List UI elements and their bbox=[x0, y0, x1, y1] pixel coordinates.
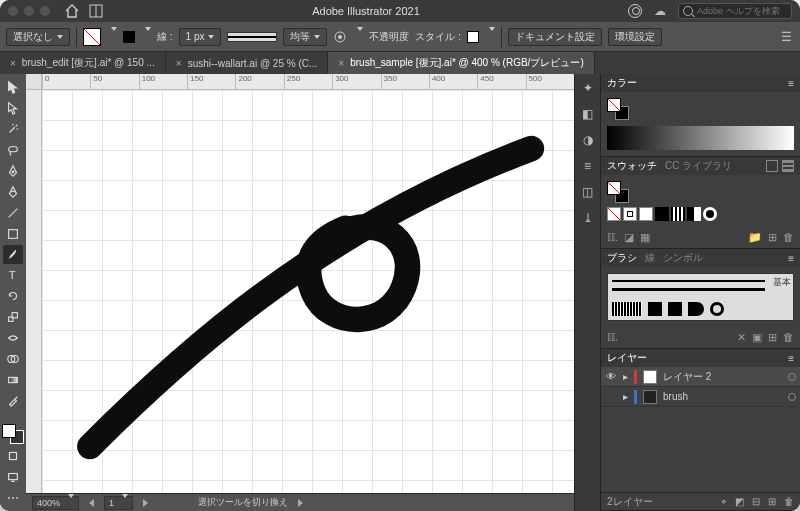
stroke-profile-dropdown[interactable]: 均等 bbox=[283, 28, 327, 46]
type-tool[interactable]: T bbox=[3, 266, 23, 285]
layer-name[interactable]: brush bbox=[663, 391, 688, 402]
stroke-panel-icon[interactable]: ≡ bbox=[580, 158, 596, 174]
swatch-white[interactable] bbox=[639, 207, 653, 221]
stroke-panel-tab[interactable]: 線 bbox=[645, 251, 655, 265]
layer-row[interactable]: 👁 ▸ レイヤー 2 bbox=[601, 367, 800, 387]
color-spectrum[interactable] bbox=[607, 126, 794, 150]
new-swatch-group-icon[interactable]: 📁 bbox=[748, 231, 762, 244]
selection-tool[interactable] bbox=[3, 78, 23, 97]
next-artboard-icon[interactable] bbox=[143, 499, 148, 507]
asset-export-panel-icon[interactable]: ⤓ bbox=[580, 210, 596, 226]
cloud-sync-icon[interactable]: ☁ bbox=[652, 3, 668, 19]
draw-normal-icon[interactable] bbox=[3, 446, 23, 465]
fill-color-icon[interactable] bbox=[2, 424, 16, 438]
vertical-ruler[interactable] bbox=[26, 90, 42, 493]
ruler-origin[interactable] bbox=[26, 74, 42, 90]
stroke-swatch-dropdown[interactable] bbox=[141, 31, 151, 42]
brush-preview[interactable]: 基本 bbox=[607, 273, 794, 321]
minimize-window-icon[interactable] bbox=[24, 6, 34, 16]
target-layer-icon[interactable] bbox=[788, 393, 796, 401]
swatch-pattern[interactable] bbox=[703, 207, 717, 221]
status-menu-icon[interactable] bbox=[298, 499, 303, 507]
rotate-tool[interactable] bbox=[3, 287, 23, 306]
swatch-kind-icon[interactable]: ◪ bbox=[624, 231, 634, 244]
document-tab[interactable]: ×brush_edit [復元].ai* @ 150 ... bbox=[0, 52, 166, 74]
prev-artboard-icon[interactable] bbox=[89, 499, 94, 507]
document-tab[interactable]: ×sushi--wallart.ai @ 25 % (C... bbox=[166, 52, 328, 74]
paintbrush-tool[interactable] bbox=[3, 245, 23, 264]
new-brush-icon[interactable]: ⊞ bbox=[768, 331, 777, 344]
layers-panel-tab[interactable]: レイヤー bbox=[607, 351, 647, 365]
new-layer-icon[interactable]: ⊞ bbox=[768, 496, 776, 507]
help-search-input[interactable] bbox=[697, 6, 787, 16]
screen-mode-icon[interactable] bbox=[3, 467, 23, 486]
direct-selection-tool[interactable] bbox=[3, 99, 23, 118]
cc-libraries-tab[interactable]: CC ライブラリ bbox=[665, 159, 732, 173]
brush-options-icon[interactable]: ▣ bbox=[752, 331, 762, 344]
layer-thumbnail[interactable] bbox=[643, 390, 657, 404]
visibility-toggle-icon[interactable]: 👁 bbox=[605, 371, 617, 382]
controlbar-menu-icon[interactable]: ☰ bbox=[778, 29, 794, 45]
graphic-style-dropdown[interactable] bbox=[485, 31, 495, 42]
artboard-nav-field[interactable]: 1 bbox=[104, 496, 133, 510]
opacity-dropdown[interactable] bbox=[353, 31, 363, 42]
graphic-style-swatch[interactable] bbox=[467, 31, 479, 43]
target-layer-icon[interactable] bbox=[788, 373, 796, 381]
panel-menu-icon[interactable]: ≡ bbox=[788, 353, 794, 364]
layer-thumbnail[interactable] bbox=[643, 370, 657, 384]
remove-brush-stroke-icon[interactable]: ✕ bbox=[737, 331, 746, 344]
new-swatch-icon[interactable]: ⊞ bbox=[768, 231, 777, 244]
brush-sample[interactable] bbox=[612, 302, 642, 316]
swatch-list-view-icon[interactable] bbox=[766, 160, 778, 172]
close-window-icon[interactable] bbox=[8, 6, 18, 16]
stroke-swatch[interactable] bbox=[123, 31, 135, 43]
selection-state[interactable]: 選択なし bbox=[6, 28, 70, 46]
zoom-level-field[interactable]: 400% bbox=[32, 496, 79, 510]
brush-libraries-icon[interactable]: 𝕀𝕀. bbox=[607, 331, 618, 344]
opacity-fx-icon[interactable] bbox=[333, 30, 347, 44]
fill-swatch-dropdown[interactable] bbox=[107, 31, 117, 42]
color-fill-stroke-icon[interactable] bbox=[607, 98, 629, 120]
swatch-none[interactable] bbox=[607, 207, 621, 221]
swatch-pattern[interactable] bbox=[671, 207, 685, 221]
curvature-tool[interactable] bbox=[3, 182, 23, 201]
help-search[interactable] bbox=[678, 3, 792, 19]
width-tool[interactable] bbox=[3, 329, 23, 348]
swatch-black[interactable] bbox=[655, 207, 669, 221]
pen-tool[interactable] bbox=[3, 162, 23, 181]
color-panel-tab[interactable]: カラー bbox=[607, 76, 637, 90]
home-icon[interactable] bbox=[64, 3, 80, 19]
swatch-pattern[interactable] bbox=[687, 207, 701, 221]
magic-wand-tool[interactable] bbox=[3, 120, 23, 139]
delete-layer-icon[interactable]: 🗑 bbox=[784, 496, 794, 507]
swatch-libraries-icon[interactable]: 𝕀𝕀. bbox=[607, 231, 618, 244]
lasso-tool[interactable] bbox=[3, 141, 23, 160]
delete-swatch-icon[interactable]: 🗑 bbox=[783, 231, 794, 244]
arrange-documents-icon[interactable] bbox=[88, 3, 104, 19]
brushes-panel-tab[interactable]: ブラシ bbox=[607, 251, 637, 265]
swatch-fill-stroke-icon[interactable] bbox=[607, 181, 629, 203]
swatch-options-icon[interactable]: ▦ bbox=[640, 231, 650, 244]
close-tab-icon[interactable]: × bbox=[338, 58, 344, 69]
fill-swatch[interactable] bbox=[83, 28, 101, 46]
stroke-weight-field[interactable]: 1 px bbox=[179, 28, 222, 46]
panel-menu-icon[interactable]: ≡ bbox=[788, 253, 794, 264]
make-clipping-mask-icon[interactable]: ◩ bbox=[735, 496, 744, 507]
swatch-registration[interactable] bbox=[623, 207, 637, 221]
brush-sample[interactable] bbox=[710, 302, 724, 316]
locate-object-icon[interactable]: ⌖ bbox=[721, 496, 727, 508]
fill-stroke-indicator[interactable] bbox=[2, 424, 24, 445]
transparency-panel-icon[interactable]: ◫ bbox=[580, 184, 596, 200]
new-sublayer-icon[interactable]: ⊟ bbox=[752, 496, 760, 507]
gradient-tool[interactable] bbox=[3, 370, 23, 389]
appearance-panel-icon[interactable]: ◑ bbox=[580, 132, 596, 148]
panel-menu-icon[interactable]: ≡ bbox=[788, 78, 794, 89]
maximize-window-icon[interactable] bbox=[40, 6, 50, 16]
artboard[interactable] bbox=[42, 90, 574, 493]
eyedropper-tool[interactable] bbox=[3, 391, 23, 410]
document-setup-button[interactable]: ドキュメント設定 bbox=[508, 28, 602, 46]
expand-layer-icon[interactable]: ▸ bbox=[623, 391, 628, 402]
swatches-panel-tab[interactable]: スウォッチ bbox=[607, 159, 657, 173]
layer-row[interactable]: ▸ brush bbox=[601, 387, 800, 407]
swatch-grid-view-icon[interactable] bbox=[782, 160, 794, 172]
